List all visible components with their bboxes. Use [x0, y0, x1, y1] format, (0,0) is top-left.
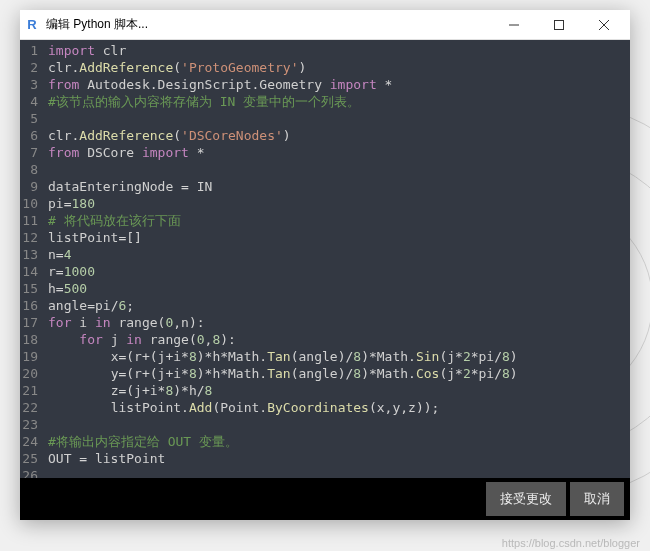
- line-number: 11: [22, 212, 38, 229]
- line-number: 26: [22, 467, 38, 478]
- code-content[interactable]: import clrclr.AddReference('ProtoGeometr…: [42, 40, 630, 478]
- code-line[interactable]: angle=pi/6;: [48, 297, 624, 314]
- code-line[interactable]: r=1000: [48, 263, 624, 280]
- python-editor-dialog: R 编辑 Python 脚本... 1234567891011121314151…: [20, 10, 630, 520]
- accept-changes-button[interactable]: 接受更改: [486, 482, 566, 516]
- line-number: 12: [22, 229, 38, 246]
- code-line[interactable]: #将输出内容指定给 OUT 变量。: [48, 433, 624, 450]
- code-line[interactable]: OUT = listPoint: [48, 450, 624, 467]
- line-number: 7: [22, 144, 38, 161]
- line-number: 14: [22, 263, 38, 280]
- watermark-text: https://blog.csdn.net/blogger: [502, 537, 640, 549]
- code-line[interactable]: from DSCore import *: [48, 144, 624, 161]
- code-line[interactable]: [48, 467, 624, 478]
- line-number: 25: [22, 450, 38, 467]
- code-line[interactable]: n=4: [48, 246, 624, 263]
- line-number: 10: [22, 195, 38, 212]
- window-title: 编辑 Python 脚本...: [46, 16, 491, 33]
- line-number: 19: [22, 348, 38, 365]
- line-number: 15: [22, 280, 38, 297]
- code-line[interactable]: # 将代码放在该行下面: [48, 212, 624, 229]
- line-number: 24: [22, 433, 38, 450]
- line-number: 4: [22, 93, 38, 110]
- code-line[interactable]: [48, 416, 624, 433]
- line-number: 20: [22, 365, 38, 382]
- titlebar-buttons: [491, 11, 626, 39]
- code-line[interactable]: clr.AddReference('DSCoreNodes'): [48, 127, 624, 144]
- minimize-button[interactable]: [491, 11, 536, 39]
- code-line[interactable]: [48, 161, 624, 178]
- svg-rect-1: [554, 20, 563, 29]
- line-number: 9: [22, 178, 38, 195]
- line-number: 3: [22, 76, 38, 93]
- line-number: 6: [22, 127, 38, 144]
- line-number-gutter: 1234567891011121314151617181920212223242…: [20, 40, 42, 478]
- titlebar: R 编辑 Python 脚本...: [20, 10, 630, 40]
- code-editor[interactable]: 1234567891011121314151617181920212223242…: [20, 40, 630, 478]
- line-number: 5: [22, 110, 38, 127]
- line-number: 21: [22, 382, 38, 399]
- line-number: 22: [22, 399, 38, 416]
- code-line[interactable]: pi=180: [48, 195, 624, 212]
- app-icon: R: [24, 17, 40, 33]
- line-number: 1: [22, 42, 38, 59]
- code-line[interactable]: listPoint=[]: [48, 229, 624, 246]
- code-line[interactable]: dataEnteringNode = IN: [48, 178, 624, 195]
- line-number: 16: [22, 297, 38, 314]
- code-line[interactable]: y=(r+(j+i*8)*h*Math.Tan(angle)/8)*Math.C…: [48, 365, 624, 382]
- code-line[interactable]: z=(j+i*8)*h/8: [48, 382, 624, 399]
- line-number: 17: [22, 314, 38, 331]
- line-number: 13: [22, 246, 38, 263]
- code-line[interactable]: h=500: [48, 280, 624, 297]
- close-button[interactable]: [581, 11, 626, 39]
- code-line[interactable]: from Autodesk.DesignScript.Geometry impo…: [48, 76, 624, 93]
- code-line[interactable]: listPoint.Add(Point.ByCoordinates(x,y,z)…: [48, 399, 624, 416]
- code-line[interactable]: clr.AddReference('ProtoGeometry'): [48, 59, 624, 76]
- code-line[interactable]: x=(r+(j+i*8)*h*Math.Tan(angle)/8)*Math.S…: [48, 348, 624, 365]
- line-number: 8: [22, 161, 38, 178]
- line-number: 2: [22, 59, 38, 76]
- code-line[interactable]: import clr: [48, 42, 624, 59]
- maximize-button[interactable]: [536, 11, 581, 39]
- cancel-button[interactable]: 取消: [570, 482, 624, 516]
- code-line[interactable]: for j in range(0,8):: [48, 331, 624, 348]
- code-line[interactable]: [48, 110, 624, 127]
- line-number: 23: [22, 416, 38, 433]
- line-number: 18: [22, 331, 38, 348]
- dialog-buttonbar: 接受更改 取消: [20, 478, 630, 520]
- code-line[interactable]: #该节点的输入内容将存储为 IN 变量中的一个列表。: [48, 93, 624, 110]
- code-line[interactable]: for i in range(0,n):: [48, 314, 624, 331]
